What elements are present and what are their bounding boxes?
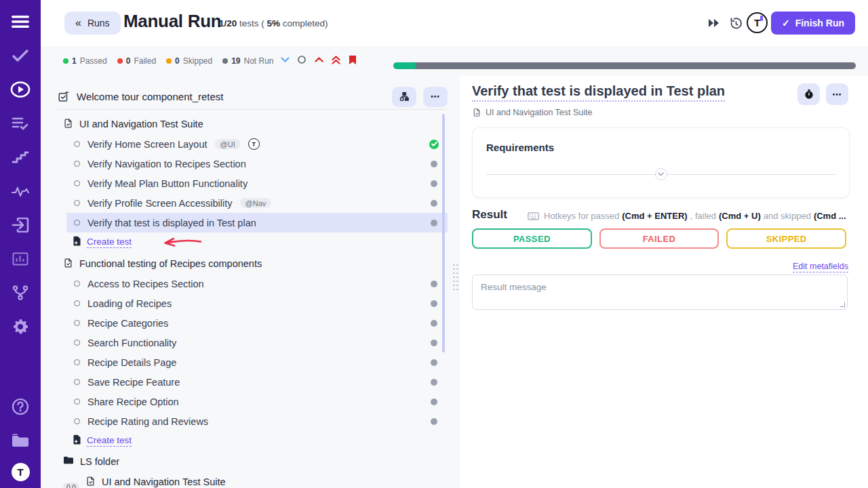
- status-notrun-icon: [431, 399, 437, 405]
- test-label: Verify Navigation to Recipes Section: [87, 159, 246, 169]
- result-title: Result: [472, 208, 507, 222]
- test-row[interactable]: Verify Home Screen Layout@UIT: [66, 134, 448, 154]
- analytics-icon[interactable]: [9, 180, 32, 203]
- test-label: Share Recipe Option: [87, 396, 179, 407]
- test-circle-icon: [74, 300, 80, 306]
- test-circle-icon: [74, 340, 80, 346]
- test-label: Recipe Rating and Reviews: [87, 416, 208, 427]
- status-count-passed: 1Passed: [63, 56, 107, 66]
- test-more-button[interactable]: •••: [826, 83, 848, 105]
- steps-icon[interactable]: [9, 146, 32, 169]
- test-circle-icon: [74, 220, 80, 226]
- test-label: Verify Meal Plan Button Functionality: [87, 178, 248, 189]
- run-tree-title: Welcome tour component_retest: [77, 91, 224, 102]
- chevron-up-icon[interactable]: [313, 54, 324, 65]
- requirements-card: Requirements: [472, 127, 850, 198]
- test-label: Recipe Details Page: [87, 357, 176, 368]
- import-icon[interactable]: [9, 214, 32, 237]
- run-progress-fill: [393, 62, 416, 69]
- double-chevron-up-icon[interactable]: [330, 54, 341, 65]
- result-buttons: PASSEDFAILEDSKIPPED: [472, 228, 846, 249]
- retry-timer-icon[interactable]: [728, 15, 744, 31]
- test-row[interactable]: Access to Recipes Section: [66, 274, 448, 293]
- test-timer-button[interactable]: [797, 83, 820, 105]
- result-skipped-button[interactable]: SKIPPED: [726, 228, 846, 249]
- status-notrun-icon: [431, 200, 437, 207]
- checklist-edit-icon: [58, 91, 70, 103]
- tree-header: Welcome tour component_retest •••: [58, 84, 448, 109]
- create-test-link[interactable]: Create test: [87, 435, 132, 447]
- result-passed-button[interactable]: PASSED: [472, 228, 592, 249]
- folder-label: LS folder: [80, 456, 119, 467]
- status-count-number: 0: [175, 56, 180, 66]
- checks-icon[interactable]: [9, 44, 32, 67]
- create-test-row[interactable]: Create test: [66, 232, 448, 252]
- tree-scrollbar[interactable]: [442, 114, 445, 352]
- reports-icon[interactable]: [9, 247, 32, 270]
- collapse-chevron-icon[interactable]: [279, 54, 290, 65]
- ellipsis-icon: •••: [431, 93, 440, 100]
- suite-row[interactable]: Functional testing of Recipes components: [58, 253, 448, 274]
- result-message-input[interactable]: [472, 274, 848, 310]
- test-row[interactable]: Recipe Rating and Reviews: [66, 411, 448, 431]
- test-tree: UI and Navigation Test SuiteVerify Home …: [58, 114, 448, 488]
- menu-icon[interactable]: [9, 10, 32, 33]
- run-progress-summary: 1/20 tests ( 5% completed): [219, 18, 328, 28]
- status-count-label: Passed: [80, 56, 107, 66]
- fast-forward-icon[interactable]: [705, 15, 722, 31]
- keyboard-icon: [528, 212, 539, 220]
- test-circle-icon: [74, 418, 80, 424]
- test-list-icon[interactable]: [9, 112, 32, 135]
- status-dot-icon: [117, 58, 123, 64]
- test-row[interactable]: Save Recipe Feature: [66, 372, 448, 392]
- settings-icon[interactable]: [9, 315, 32, 338]
- sidebar: T: [0, 0, 41, 488]
- tree-view-button[interactable]: [392, 87, 416, 107]
- test-row[interactable]: Verify Meal Plan Button Functionality: [66, 174, 448, 193]
- suite-row-partial[interactable]: 0.0UI and Navigation Test Suite: [58, 472, 448, 488]
- panel-resize-handle[interactable]: [452, 263, 460, 293]
- test-row[interactable]: Verify Navigation to Recipes Section: [66, 154, 448, 174]
- projects-icon[interactable]: [9, 429, 32, 452]
- test-suite-breadcrumb[interactable]: UI and Navigation Test Suite: [472, 108, 593, 117]
- red-arrow-annotation: [161, 237, 203, 248]
- status-notrun-icon: [431, 379, 437, 386]
- test-row[interactable]: Loading of Recipes: [66, 293, 448, 313]
- edit-metafields-link[interactable]: Edit metafields: [793, 262, 848, 272]
- folder-row[interactable]: LS folder: [58, 451, 448, 472]
- test-row[interactable]: Share Recipe Option: [66, 392, 448, 411]
- test-circle-icon: [74, 379, 80, 385]
- suite-row[interactable]: UI and Navigation Test Suite: [58, 114, 448, 134]
- result-failed-button[interactable]: FAILED: [599, 228, 719, 249]
- status-notrun-icon: [431, 180, 437, 187]
- status-dot-icon: [166, 58, 172, 64]
- create-test-row[interactable]: Create test: [66, 431, 448, 451]
- status-count-number: 0: [126, 56, 131, 66]
- circle-filter-icon[interactable]: [296, 54, 307, 65]
- test-row[interactable]: Verify that test is displayed in Test pl…: [66, 213, 448, 232]
- tree-structure-icon: [399, 92, 410, 102]
- requirements-expand-button[interactable]: [655, 168, 667, 180]
- test-label: Recipe Categories: [87, 318, 168, 329]
- create-test-link[interactable]: Create test: [87, 237, 132, 248]
- testomat-logo-icon[interactable]: T: [747, 12, 768, 33]
- tree-more-button[interactable]: •••: [423, 87, 448, 107]
- suite-doc-icon: [63, 118, 73, 131]
- test-row[interactable]: Verify Profile Screen Accessibility@Nav: [66, 193, 448, 213]
- suite-label: UI and Navigation Test Suite: [79, 119, 203, 129]
- test-title-editable[interactable]: Verify that test is displayed in Test pl…: [472, 83, 725, 102]
- branches-icon[interactable]: [9, 281, 32, 304]
- test-row[interactable]: Recipe Categories: [66, 313, 448, 333]
- finish-run-button[interactable]: ✓ Finish Run: [771, 12, 855, 35]
- status-counts: 1Passed0Failed0Skipped19Not Run: [63, 56, 274, 66]
- app-logo-icon[interactable]: T: [12, 463, 30, 481]
- test-row[interactable]: Recipe Details Page: [66, 352, 448, 372]
- folder-icon: [63, 455, 74, 467]
- suite-count-badge: 0.0: [63, 483, 79, 488]
- back-to-runs-button[interactable]: « Runs: [64, 12, 121, 35]
- test-row[interactable]: Search Functionality: [66, 333, 448, 352]
- bookmark-icon[interactable]: [347, 54, 358, 65]
- run-play-icon[interactable]: [9, 78, 32, 101]
- sidebar-main-icons: [9, 10, 32, 349]
- help-icon[interactable]: [9, 395, 32, 418]
